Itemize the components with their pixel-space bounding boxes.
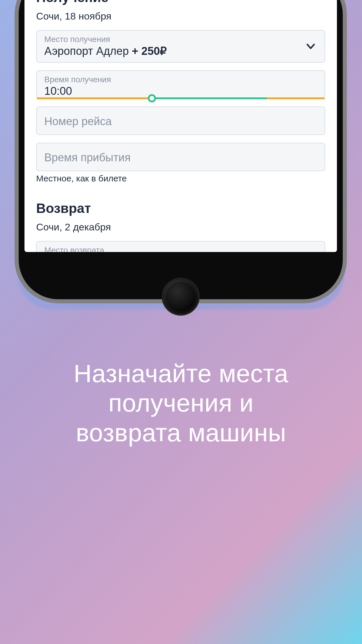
arrival-time-input[interactable]: Время прибытия bbox=[36, 143, 325, 171]
flight-number-input[interactable]: Номер рейса bbox=[36, 106, 325, 135]
pickup-location-name: Аэропорт Адлер bbox=[44, 45, 132, 57]
promo-caption: Назначайте места получения и возврата ма… bbox=[0, 359, 362, 447]
time-slider-thumb[interactable] bbox=[148, 94, 156, 102]
dropoff-location-label: Место возврата bbox=[44, 246, 317, 252]
promo-line-1: Назначайте места bbox=[74, 359, 289, 387]
time-slider-track[interactable] bbox=[37, 97, 325, 99]
arrival-helper-text: Местное, как в билете bbox=[36, 174, 325, 183]
dropoff-subtitle: Сочи, 2 декабря bbox=[36, 221, 325, 233]
dropoff-location-dropdown[interactable]: Место возврата Аэропорт Адлер + 250₽ bbox=[36, 241, 325, 252]
chevron-down-icon bbox=[305, 251, 317, 252]
flight-number-placeholder: Номер рейса bbox=[44, 111, 317, 128]
home-button-inner bbox=[166, 282, 196, 312]
home-button[interactable] bbox=[162, 278, 200, 316]
phone-bezel: Получение Сочи, 18 ноября Место получени… bbox=[19, 0, 343, 299]
promo-line-2: получения и bbox=[108, 389, 254, 417]
pickup-section-title: Получение bbox=[36, 0, 325, 5]
pickup-location-dropdown[interactable]: Место получения Аэропорт Адлер + 250₽ bbox=[36, 30, 325, 63]
pickup-time-field[interactable]: Время получения 10:00 bbox=[36, 70, 325, 99]
pickup-subtitle: Сочи, 18 ноября bbox=[36, 10, 325, 22]
dropoff-section-title: Возврат bbox=[36, 200, 325, 216]
pickup-time-label: Время получения bbox=[44, 75, 317, 84]
arrival-time-placeholder: Время прибытия bbox=[44, 147, 317, 164]
pickup-time-value: 10:00 bbox=[44, 85, 317, 97]
phone-frame: Получение Сочи, 18 ноября Место получени… bbox=[15, 0, 347, 303]
chevron-down-icon bbox=[305, 41, 317, 52]
screen: Получение Сочи, 18 ноября Место получени… bbox=[24, 0, 337, 252]
pickup-location-price: + 250₽ bbox=[132, 45, 167, 57]
pickup-location-label: Место получения bbox=[44, 35, 317, 44]
pickup-location-value: Аэропорт Адлер + 250₽ bbox=[44, 45, 317, 57]
promo-line-3: возврата машины bbox=[76, 419, 286, 447]
